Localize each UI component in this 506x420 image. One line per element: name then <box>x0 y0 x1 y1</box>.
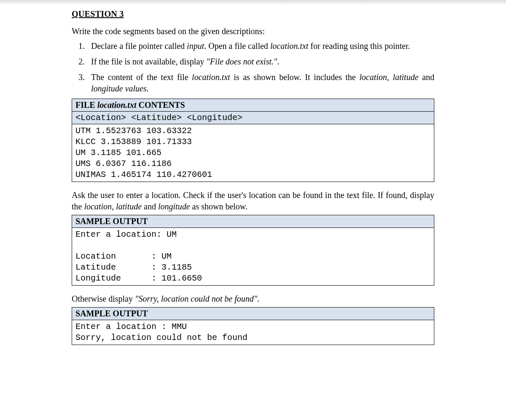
italic-text: longitude values. <box>91 84 149 93</box>
description-list: Declare a file pointer called input. Ope… <box>72 40 434 94</box>
text: The content of the text file <box>91 72 192 82</box>
italic-text: location.txt <box>270 41 309 51</box>
block-subheader: <Location> <Latitude> <Longitude> <box>72 112 434 124</box>
file-line: UM 3.1185 101.665 <box>75 148 161 158</box>
output-line: Enter a location : MMU <box>75 322 187 332</box>
file-line: UNIMAS 1.465174 110.4270601 <box>75 170 212 179</box>
page-content: QUESTION 3 Write the code segments based… <box>63 5 443 369</box>
text: . Open a file called <box>204 41 270 51</box>
italic-text: input <box>187 41 204 51</box>
block-header: SAMPLE OUTPUT <box>72 308 434 320</box>
question-title: QUESTION 3 <box>72 9 434 19</box>
italic-text: location, latitude <box>359 72 418 82</box>
text: and <box>142 202 158 211</box>
italic-text: "File does not exist." <box>206 57 277 66</box>
text: as shown below. <box>190 202 248 211</box>
file-line: UMS 6.0367 116.1186 <box>75 159 172 169</box>
text: and <box>419 72 434 82</box>
mid-paragraph: Ask the user to enter a location. Check … <box>72 190 434 212</box>
top-gradient <box>0 0 506 5</box>
list-item-2: If the file is not available, display "F… <box>87 56 434 67</box>
output-line: Sorry, location could not be found <box>75 333 248 342</box>
text: . <box>277 57 279 66</box>
text: Declare a file pointer called <box>91 41 187 51</box>
list-item-1: Declare a file pointer called input. Ope… <box>87 40 434 52</box>
text: If the file is not available, display <box>91 57 206 66</box>
otherwise-paragraph: Otherwise display "Sorry, location could… <box>72 293 434 305</box>
output-line: Enter a location: UM <box>75 230 177 239</box>
header-text: CONTENTS <box>136 100 185 110</box>
block-body: Enter a location : MMU Sorry, location c… <box>72 320 434 345</box>
italic-text: location, latitude <box>84 202 142 211</box>
output-line: Latitude : 3.1185 <box>75 262 192 272</box>
text: Otherwise display <box>72 294 135 303</box>
block-body: Enter a location: UM Location : UM Latit… <box>72 228 434 285</box>
sample-output-2-block: SAMPLE OUTPUT Enter a location : MMU Sor… <box>72 307 434 345</box>
list-item-3: The content of the text file location.tx… <box>87 72 434 94</box>
block-header: FILE location.txt CONTENTS <box>72 99 434 112</box>
file-line: UTM 1.5523763 103.63322 <box>75 126 192 136</box>
header-text: FILE <box>75 100 97 110</box>
text: . <box>257 294 259 303</box>
italic-text: location.txt <box>192 72 230 82</box>
text: is as shown below. It includes the <box>230 72 360 82</box>
block-header: SAMPLE OUTPUT <box>72 215 434 228</box>
file-contents-block: FILE location.txt CONTENTS <Location> <L… <box>72 99 434 182</box>
output-line: Location : UM <box>75 251 172 261</box>
output-line: Longitude : 101.6650 <box>75 273 202 283</box>
text: for reading using this pointer. <box>308 41 410 51</box>
italic-text: longitude <box>158 202 190 211</box>
block-body: UTM 1.5523763 103.63322 KLCC 3.153889 10… <box>72 124 434 182</box>
italic-text: "Sorry, location could not be found" <box>135 294 257 303</box>
sample-output-1-block: SAMPLE OUTPUT Enter a location: UM Locat… <box>72 215 434 286</box>
intro-text: Write the code segments based on the giv… <box>72 27 434 36</box>
file-line: KLCC 3.153889 101.71333 <box>75 137 192 147</box>
header-italic: location.txt <box>97 100 137 110</box>
